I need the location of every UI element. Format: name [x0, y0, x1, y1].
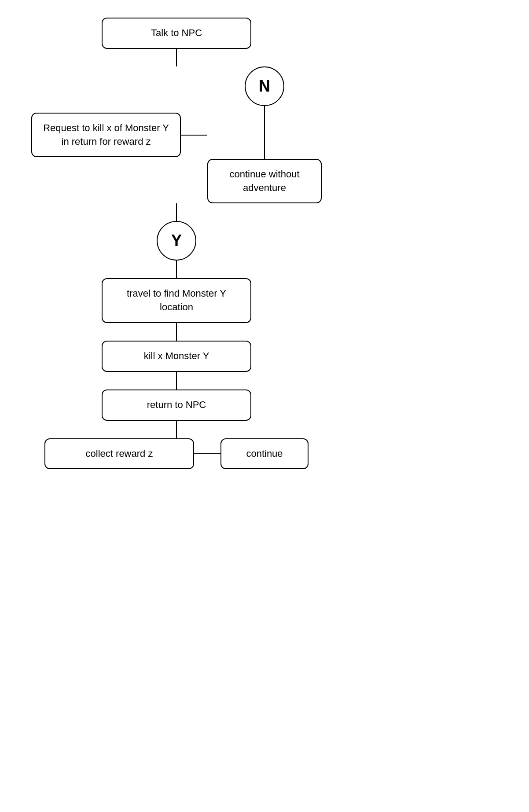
n-branch: N continue without adventure: [207, 66, 322, 204]
travel-box: travel to find Monster Y location: [102, 278, 251, 323]
collect-reward-box: collect reward z: [44, 438, 194, 470]
connector-5: [176, 372, 177, 389]
collect-reward-label: collect reward z: [86, 448, 153, 459]
bottom-row: collect reward z continue: [44, 438, 309, 470]
continue-box: continue: [220, 438, 309, 470]
kill-box: kill x Monster Y: [102, 341, 251, 372]
continue-without-label: continue without adventure: [230, 169, 300, 193]
main-flow: Talk to NPC Request to kill x of Monster…: [93, 18, 260, 469]
connector-1: [176, 49, 177, 66]
kill-label: kill x Monster Y: [144, 350, 209, 361]
travel-label: travel to find Monster Y location: [127, 288, 226, 312]
decision-n-label: N: [259, 77, 270, 96]
connector-6: [176, 421, 177, 438]
h-line-to-n: [181, 135, 207, 136]
return-npc-label: return to NPC: [147, 399, 206, 410]
decision-n-circle: N: [245, 66, 284, 106]
connector-2: [176, 203, 177, 221]
continue-without-box: continue without adventure: [207, 159, 322, 204]
connector-3: [176, 261, 177, 278]
connector-n-down: [264, 106, 265, 159]
connector-4: [176, 323, 177, 341]
request-label: Request to kill x of Monster Y in return…: [43, 122, 169, 147]
h-line-to-continue: [194, 453, 220, 454]
flowchart: Talk to NPC Request to kill x of Monster…: [66, 18, 463, 469]
talk-to-npc-box: Talk to NPC: [102, 18, 251, 49]
talk-to-npc-label: Talk to NPC: [151, 27, 202, 38]
request-box: Request to kill x of Monster Y in return…: [31, 113, 181, 158]
request-row: Request to kill x of Monster Y in return…: [31, 66, 322, 204]
decision-y-label: Y: [171, 231, 182, 250]
decision-y-circle: Y: [157, 221, 196, 261]
return-npc-box: return to NPC: [102, 389, 251, 421]
continue-label: continue: [246, 448, 283, 459]
